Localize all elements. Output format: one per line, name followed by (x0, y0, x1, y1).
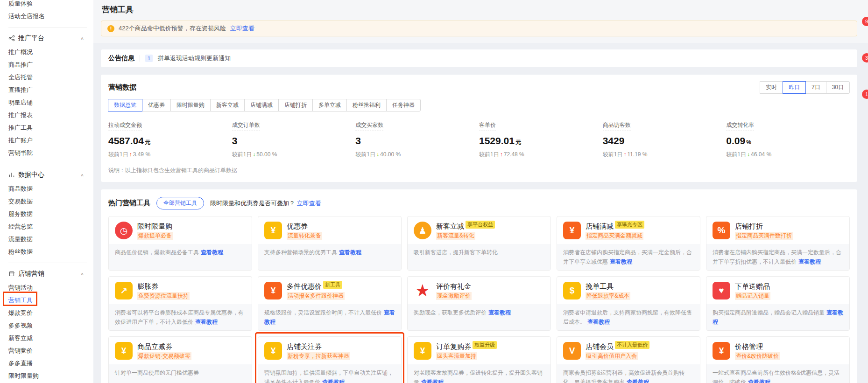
tool-description: 商品低价促销，爆款商品必备工具查看教程 (109, 244, 252, 270)
metric-tab[interactable]: 限时限量购 (170, 99, 211, 111)
tutorial-link[interactable]: 查看教程 (798, 258, 821, 265)
sidebar-item[interactable]: 商品推广 (8, 58, 52, 71)
sidebar-item-label: 推广工具 (8, 124, 33, 131)
sidebar-item[interactable]: 粉丝数据 (8, 245, 52, 258)
metric-tab[interactable]: 新客立减 (210, 99, 245, 111)
divider (140, 55, 140, 62)
metric-label[interactable]: 成交订单数 (232, 121, 260, 131)
sidebar-item[interactable]: 营销书院 (8, 146, 52, 159)
sidebar-item[interactable]: 服务数据 (8, 208, 52, 220)
tutorial-link[interactable]: 查看教程 (421, 379, 444, 383)
metric-tab[interactable]: 多单立减 (312, 99, 347, 111)
tutorial-link[interactable]: 查看教程 (322, 379, 345, 383)
tool-card[interactable]: V 店铺会员 不计入最低价 吸引高价值用户入会 商家会员招募&运营利器，高效促进… (557, 336, 700, 383)
tool-card[interactable]: ◷ 限时限量购 爆款提单必备 商品低价促销，爆款商品必备工具查看教程 (108, 216, 252, 271)
metric-tab[interactable]: 店铺打折 (278, 99, 313, 111)
tutorial-link[interactable]: 查看教程 (201, 249, 223, 256)
tool-card[interactable]: ★ 评价有礼金 现金激励评价 奖励现金，获取更多优质评价查看教程 (407, 276, 551, 331)
sidebar-item[interactable]: 流量数据 (8, 233, 52, 245)
sidebar-item[interactable]: 多多直播 (8, 357, 52, 369)
sidebar-section-shop-marketing[interactable]: 店铺营销 ∧ (8, 270, 93, 278)
tool-card[interactable]: ♟ 新客立减 享平台权益 新客流量&转化 吸引新客进店，提升新客下单转化 (407, 216, 551, 271)
tool-description: 商家会员招募&运营利器，高效促进新会员首购转化，显著提升老客复购率查看教程 (557, 364, 700, 383)
sidebar-section-title: 店铺营销 (18, 270, 44, 278)
tool-card[interactable]: ¥ 商品立减券 爆款促销·交易额破零 针对单一商品使用的无门槛优惠券 (108, 336, 252, 383)
metric-label[interactable]: 成交转化率 (726, 121, 754, 131)
metric-tab[interactable]: 店铺满减 (244, 99, 279, 111)
tool-card[interactable]: ¥ 店铺满减 享曝光专区 指定商品买满金额就减 消费者在店铺内购买指定商品，买满… (557, 216, 700, 271)
metric: 成交订单数 3 较前1日↓50.00 % (232, 120, 356, 159)
tool-card[interactable]: % 店铺打折 指定商品买满件数打折 消费者在店铺内购买指定商品，买满一定数量后，… (706, 216, 850, 271)
tutorial-link[interactable]: 查看教程 (339, 249, 361, 256)
tool-card[interactable]: ¥ 订单复购券 权益升级 回头客流量加持 对老顾客发放商品券，促进转化提升，提升… (407, 336, 551, 383)
share-nodes-icon (8, 35, 15, 42)
sidebar-item-label: 粉丝数据 (8, 248, 33, 255)
sidebar-item[interactable]: 营销活动 (8, 281, 52, 294)
tool-card[interactable]: ¥ 优惠券 流量转化兼备 支持多种营销场景的优秀工具查看教程 (258, 216, 402, 271)
tutorial-link[interactable]: 查看教程 (627, 379, 649, 383)
tool-subtitle: 现金激励评价 (436, 292, 472, 300)
sidebar-item[interactable]: 全店托管 (8, 71, 52, 84)
price-management-icon: ¥ (713, 342, 730, 360)
tutorial-link[interactable]: 查看教程 (195, 319, 218, 325)
date-range-button[interactable]: 30日 (826, 81, 850, 94)
notification-badge[interactable]: 3 (862, 53, 868, 63)
tutorial-link[interactable]: 查看教程 (748, 379, 770, 383)
metric-label[interactable]: 成交买家数 (355, 121, 383, 131)
tool-card[interactable]: ↗ 膨胀券 免费资源位流量扶持 消费者可以将平台券膨胀成本店商品专属优惠券，有效… (108, 276, 252, 331)
tool-card[interactable]: ¥ 多件优惠价 新工具 活动报名多件跟价神器 规格级跟价，灵活设置跟价时间，不计… (258, 276, 402, 331)
sidebar-item[interactable]: 限时限量购 (8, 369, 52, 382)
metric-tab[interactable]: 任务神器 (386, 99, 421, 111)
metric-label[interactable]: 商品访客数 (603, 121, 631, 131)
sidebar-section-promotion[interactable]: 推广平台 ∧ (8, 34, 93, 42)
sidebar-item[interactable]: 质量体验 (8, 0, 52, 10)
chevron-up-icon[interactable]: ∧ (80, 272, 84, 276)
metric-tab[interactable]: 数据总览 (108, 99, 142, 111)
notification-badge[interactable]: 9 (862, 17, 868, 26)
tool-subtitle: 赠品记入销量 (735, 292, 770, 300)
tool-card[interactable]: ¥ 价格管理 查价&改价防破价 一站式查看商品当前所有生效价格&优惠信息，灵活调… (706, 336, 850, 383)
sidebar-item[interactable]: 经营总览 (8, 220, 52, 233)
notification-badge[interactable]: 1 (862, 90, 868, 99)
tool-description: 对老顾客发放商品券，促进转化提升，提升回头客销量查看教程 (408, 364, 550, 383)
date-range-button[interactable]: 昨日 (783, 81, 806, 94)
sidebar-item[interactable]: 活动全店报名 (8, 10, 52, 22)
tool-card[interactable]: ♥ 下单送赠品 赠品记入销量 购买指定商品附送赠品，赠品会记入赠品销量查看教程 (706, 276, 850, 331)
sidebar-item[interactable]: 推广概况 (8, 46, 52, 58)
alert-view-link[interactable]: 立即查看 (230, 24, 254, 33)
sidebar-item[interactable]: 直播推广 (8, 84, 52, 96)
all-tools-button[interactable]: 全部营销工具 (156, 197, 204, 209)
sidebar-item[interactable]: 营销竞价 (8, 344, 52, 357)
sidebar-item[interactable]: 交易数据 (8, 195, 52, 208)
metric-tab[interactable]: 粉丝抢福利 (346, 99, 387, 111)
metric-label[interactable]: 客单价 (479, 121, 496, 131)
tool-card[interactable]: ¥ 店铺关注券 新粉专享，拉新获客神器 营销氛围加持，提供流量倾斜，下单自动关注… (258, 336, 402, 383)
sidebar-item[interactable]: 新客立减 (8, 332, 52, 344)
sidebar-item-label: 明星店铺 (8, 99, 33, 106)
faq-view-link[interactable]: 立即查看 (297, 200, 321, 207)
sidebar-item-label: 营销竞价 (8, 347, 33, 354)
sidebar-item[interactable]: 明星店铺 (8, 96, 52, 109)
metric-tab[interactable]: 优惠券 (142, 99, 171, 111)
tool-card[interactable]: $ 挽单工具 降低退款率&成本 消费者申请退款后，支持商家协商挽留，有效降低售后… (557, 276, 700, 331)
metric: 拉动成交金额 4587.04元 较前1日↑3.49 % (108, 120, 232, 159)
sidebar-item[interactable]: 爆款竞价 (8, 306, 52, 319)
tool-badge: 新工具 (323, 281, 342, 289)
tutorial-link[interactable]: 查看教程 (488, 309, 511, 316)
metric-label[interactable]: 拉动成交金额 (108, 121, 142, 131)
tool-description: 消费者在店铺内购买指定商品，买满一定金额后，合并下单享立减优惠查看教程 (557, 244, 700, 270)
announcement-link[interactable]: 拼单返现活动规则更新通知 (158, 54, 231, 63)
sidebar-section-data-center[interactable]: 数据中心 ∧ (8, 171, 93, 179)
chevron-up-icon[interactable]: ∧ (80, 173, 84, 177)
sidebar-item[interactable]: 营销工具 (8, 294, 52, 306)
sidebar-item[interactable]: 推广报表 (8, 109, 52, 121)
date-range-button[interactable]: 实时 (760, 81, 783, 94)
tutorial-link[interactable]: 查看教程 (587, 319, 610, 325)
tutorial-link[interactable]: 查看教程 (610, 258, 632, 265)
chevron-up-icon[interactable]: ∧ (80, 36, 84, 41)
date-range-button[interactable]: 7日 (805, 81, 826, 94)
sidebar-item[interactable]: 推广账户 (8, 134, 52, 146)
sidebar-item[interactable]: 商品数据 (8, 182, 52, 195)
sidebar-item[interactable]: 推广工具 (8, 121, 52, 134)
sidebar-item[interactable]: 多多视频 (8, 319, 52, 332)
